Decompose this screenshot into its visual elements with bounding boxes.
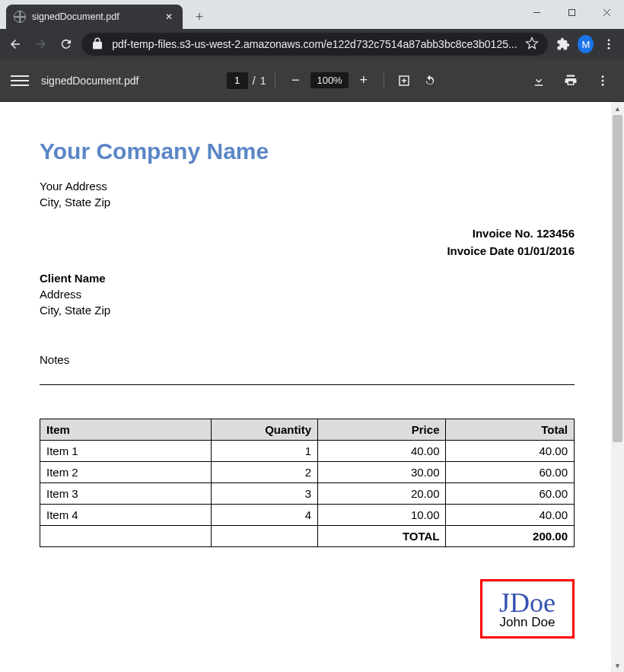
cell-price: 30.00 [318,462,446,483]
client-address-line2: City, State Zip [40,302,575,318]
company-address-line1: Your Address [40,178,575,194]
scroll-up-button[interactable]: ▲ [611,102,624,115]
invoice-date: Invoice Date 01/01/2016 [40,243,575,260]
globe-icon [14,11,26,23]
cell-item: Item 3 [40,483,212,505]
signature-script: JDoe [499,589,556,616]
minimize-button[interactable] [519,0,554,24]
cell-item: Item 1 [40,441,212,462]
svg-point-12 [602,83,604,85]
svg-point-10 [602,75,604,78]
cell-qty: 2 [211,462,317,483]
th-qty: Quantity [211,419,317,441]
pdf-filename: signedDocument.pdf [41,75,138,87]
cell-item: Item 2 [40,462,212,483]
cell-qty: 4 [211,505,317,526]
cell-total: 60.00 [446,483,575,505]
th-total: Total [446,419,575,441]
notes-label: Notes [40,353,575,366]
divider-line [40,384,575,385]
zoom-in-button[interactable]: + [353,70,374,91]
invoice-number: Invoice No. 123456 [40,225,575,243]
th-price: Price [318,419,446,441]
fit-page-icon[interactable] [393,70,415,91]
svg-rect-1 [568,9,575,15]
cell-item: Item 4 [40,505,212,526]
print-icon[interactable] [560,70,581,91]
cell-price: 20.00 [318,483,446,505]
tab-title: signedDocument.pdf [32,11,157,22]
forward-button[interactable] [30,32,52,56]
company-address-line2: City, State Zip [40,194,575,210]
maximize-button[interactable] [554,0,589,24]
invoice-table: Item Quantity Price Total Item 1140.0040… [40,419,575,547]
download-icon[interactable] [528,70,549,91]
pdf-toolbar: signedDocument.pdf 1 / 1 − 100% + [0,59,624,102]
table-row: Item 3320.0060.00 [40,483,575,505]
page-current-input[interactable]: 1 [227,72,248,89]
address-bar: pdf-temp-files.s3-us-west-2.amazonaws.co… [0,29,624,59]
bookmark-star-icon[interactable] [525,37,539,53]
cell-total: 40.00 [446,441,575,462]
table-total-row: TOTAL200.00 [40,526,575,547]
table-row: Item 4410.0040.00 [40,505,575,526]
pdf-menu-icon[interactable] [11,72,29,89]
client-name: Client Name [40,270,575,286]
toolbar-divider [275,73,275,88]
svg-point-4 [608,39,610,41]
cell-qty: 3 [211,483,317,505]
scrollbar-thumb[interactable] [613,115,622,442]
back-button[interactable] [5,32,26,56]
profile-avatar[interactable]: M [578,35,594,53]
table-row: Item 2230.0060.00 [40,462,575,483]
omnibox[interactable]: pdf-temp-files.s3-us-west-2.amazonaws.co… [81,33,547,56]
browser-menu-icon[interactable] [598,32,619,56]
close-window-button[interactable] [589,0,624,24]
rotate-icon[interactable] [419,70,441,91]
pdf-page-pane[interactable]: Your Company Name Your Address City, Sta… [0,102,611,672]
th-item: Item [40,419,212,441]
pdf-more-icon[interactable] [592,70,613,91]
page-separator: / [253,75,256,87]
window-titlebar: signedDocument.pdf ✕ + [0,0,624,29]
signature-name: John Doe [499,615,556,630]
avatar-letter: M [581,39,590,50]
reload-button[interactable] [56,32,78,56]
cell-qty: 1 [211,441,317,462]
vertical-scrollbar[interactable]: ▲ ▼ [611,102,624,672]
lock-icon [91,37,104,53]
svg-point-11 [602,79,604,81]
cell-total: 60.00 [446,462,575,483]
total-label: TOTAL [318,526,446,547]
new-tab-button[interactable]: + [189,6,210,27]
extensions-icon[interactable] [552,32,574,56]
page-total: 1 [260,75,266,87]
cell-price: 40.00 [318,441,446,462]
table-row: Item 1140.0040.00 [40,441,575,462]
total-value: 200.00 [446,526,575,547]
url-text: pdf-temp-files.s3-us-west-2.amazonaws.co… [112,38,517,50]
cell-price: 10.00 [318,505,446,526]
browser-tab[interactable]: signedDocument.pdf ✕ [6,5,183,29]
zoom-display: 100% [310,72,348,88]
table-header-row: Item Quantity Price Total [40,419,575,441]
signature-box: JDoe John Doe [480,579,575,639]
client-address-line1: Address [40,286,575,302]
zoom-out-button[interactable]: − [285,70,306,91]
close-tab-icon[interactable]: ✕ [163,11,175,23]
document-page: Your Company Name Your Address City, Sta… [0,102,611,669]
toolbar-divider [384,73,384,88]
scroll-down-button[interactable]: ▼ [611,659,624,672]
cell-total: 40.00 [446,505,575,526]
svg-point-6 [608,47,610,49]
window-controls [519,0,624,24]
svg-point-5 [608,43,610,46]
company-name: Your Company Name [40,139,575,164]
